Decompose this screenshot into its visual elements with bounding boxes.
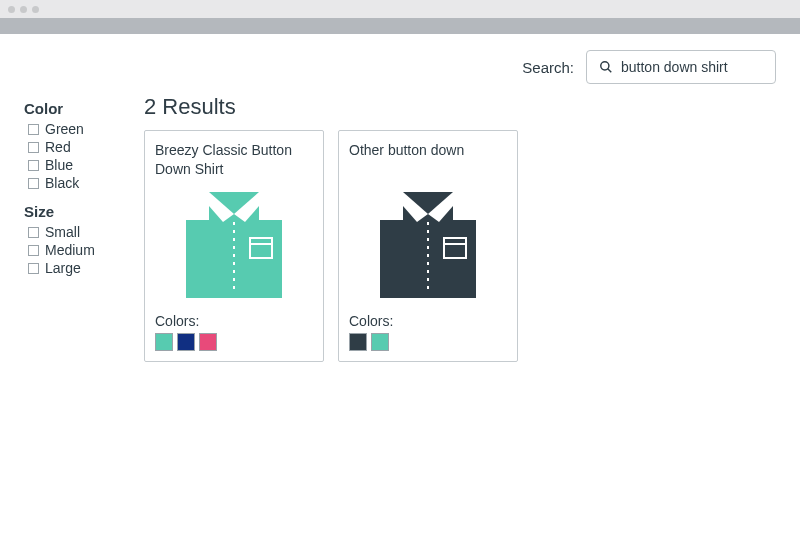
product-image [349,187,507,307]
results-heading: 2 Results [144,94,776,120]
filter-sidebar: Color Green Red Blue Black [24,94,124,362]
checkbox-icon [28,178,39,189]
svg-point-0 [601,62,609,70]
filter-option-red[interactable]: Red [24,139,124,155]
filter-group-color: Color Green Red Blue Black [24,100,124,191]
filter-label: Red [45,139,71,155]
filter-label: Green [45,121,84,137]
color-swatch[interactable] [155,333,173,351]
color-swatch[interactable] [349,333,367,351]
filter-label: Black [45,175,79,191]
product-image [155,187,313,307]
filter-group-title: Color [24,100,124,117]
filter-option-medium[interactable]: Medium [24,242,124,258]
filter-group-size: Size Small Medium Large [24,203,124,276]
color-swatch[interactable] [177,333,195,351]
filter-label: Medium [45,242,95,258]
swatch-row [155,333,313,351]
svg-line-1 [608,69,612,73]
search-input[interactable]: button down shirt [586,50,776,84]
product-title: Breezy Classic Button Down Shirt [155,141,313,179]
colors-label: Colors: [349,313,507,329]
product-grid: Breezy Classic Button Down Shirt Colo [144,130,776,362]
filter-group-title: Size [24,203,124,220]
filter-label: Large [45,260,81,276]
window-control-dot [20,6,27,13]
toolbar-strip [0,18,800,34]
color-swatch[interactable] [371,333,389,351]
product-card[interactable]: Breezy Classic Button Down Shirt Colo [144,130,324,362]
colors-label: Colors: [155,313,313,329]
shirt-icon [174,192,294,302]
window-control-dot [32,6,39,13]
swatch-row [349,333,507,351]
filter-option-large[interactable]: Large [24,260,124,276]
search-icon [599,60,613,74]
filter-option-black[interactable]: Black [24,175,124,191]
filter-option-blue[interactable]: Blue [24,157,124,173]
checkbox-icon [28,124,39,135]
checkbox-icon [28,245,39,256]
color-swatch[interactable] [199,333,217,351]
filter-label: Small [45,224,80,240]
shirt-icon [368,192,488,302]
filter-option-small[interactable]: Small [24,224,124,240]
window-titlebar [0,0,800,18]
checkbox-icon [28,142,39,153]
search-value: button down shirt [621,59,728,75]
checkbox-icon [28,160,39,171]
search-label: Search: [522,59,574,76]
filter-option-green[interactable]: Green [24,121,124,137]
product-card[interactable]: Other button down Colors: [338,130,518,362]
filter-label: Blue [45,157,73,173]
product-title: Other button down [349,141,507,179]
checkbox-icon [28,227,39,238]
window-control-dot [8,6,15,13]
checkbox-icon [28,263,39,274]
